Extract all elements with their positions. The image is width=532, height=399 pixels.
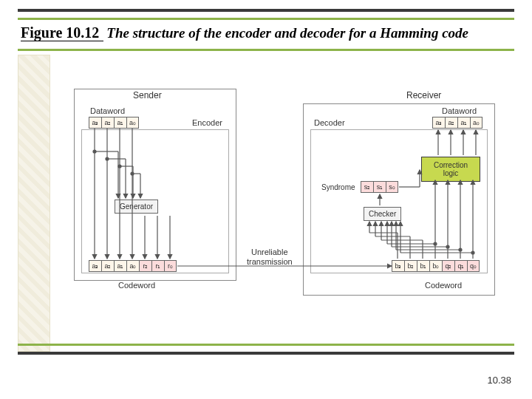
- bottom-rule-dark: [18, 352, 514, 355]
- cell: a₃: [89, 117, 101, 129]
- cell: a₃: [432, 117, 445, 129]
- receiver-codeword-label: Codeword: [425, 281, 462, 290]
- encoder-label: Encoder: [192, 118, 222, 127]
- figure-number: Figure 10.12: [21, 24, 103, 41]
- cell: r₂: [139, 260, 151, 272]
- cell: r₁: [151, 260, 164, 272]
- cell: a₀: [126, 260, 139, 272]
- sender-label: Sender: [133, 90, 162, 100]
- cell: a₂: [445, 117, 457, 129]
- receiver-codeword-cells: b₃ b₂ b₁ b₀ q₂ q₁ q₀: [392, 260, 480, 272]
- cell: s₁: [373, 181, 386, 193]
- cell: a₃: [89, 260, 101, 272]
- cell: a₁: [114, 260, 126, 272]
- cell: b₀: [429, 260, 442, 272]
- cell: b₁: [417, 260, 429, 272]
- cell: a₀: [126, 117, 139, 129]
- generator-block: Generator: [115, 200, 158, 214]
- cell: a₂: [101, 117, 114, 129]
- receiver-dataword-label: Dataword: [442, 106, 477, 115]
- cell: a₁: [114, 117, 126, 129]
- channel-label-1: Unreliable: [251, 248, 288, 256]
- sender-codeword-label: Codeword: [118, 281, 155, 290]
- hamming-diagram: Sender Encoder Dataword a₃ a₂ a₁ a₀ Gene…: [74, 89, 502, 318]
- checker-block: Checker: [364, 207, 401, 221]
- decoder-label: Decoder: [314, 118, 345, 127]
- figure-caption: The structure of the encoder and decoder…: [106, 25, 468, 41]
- page-number: 10.38: [487, 375, 511, 386]
- cell: b₂: [404, 260, 417, 272]
- syndrome-cells: s₂ s₁ s₀: [361, 181, 398, 193]
- cell: b₃: [392, 260, 404, 272]
- correction-block: Correction logic: [421, 157, 480, 182]
- cell: s₂: [361, 181, 373, 193]
- sender-dataword-cells: a₃ a₂ a₁ a₀: [89, 117, 139, 129]
- receiver-dataword-cells: a₃ a₂ a₁ a₀: [432, 117, 482, 129]
- cell: q₁: [454, 260, 467, 272]
- cell: q₂: [442, 260, 454, 272]
- syndrome-label: Syndrome: [321, 183, 355, 191]
- cell: s₀: [386, 181, 398, 193]
- receiver-label: Receiver: [406, 90, 441, 100]
- decoder-box: [310, 129, 488, 273]
- sender-codeword-cells: a₃ a₂ a₁ a₀ r₂ r₁ r₀: [89, 260, 177, 272]
- cell: a₁: [457, 117, 470, 129]
- figure-title: Figure 10.12 The structure of the encode…: [18, 20, 514, 49]
- cell: q₀: [467, 260, 480, 272]
- sender-dataword-label: Dataword: [90, 106, 125, 115]
- channel-label-2: transmission: [247, 257, 293, 266]
- title-underline: [18, 49, 514, 51]
- cell: r₀: [164, 260, 177, 272]
- cell: a₂: [101, 260, 114, 272]
- cell: a₀: [470, 117, 482, 129]
